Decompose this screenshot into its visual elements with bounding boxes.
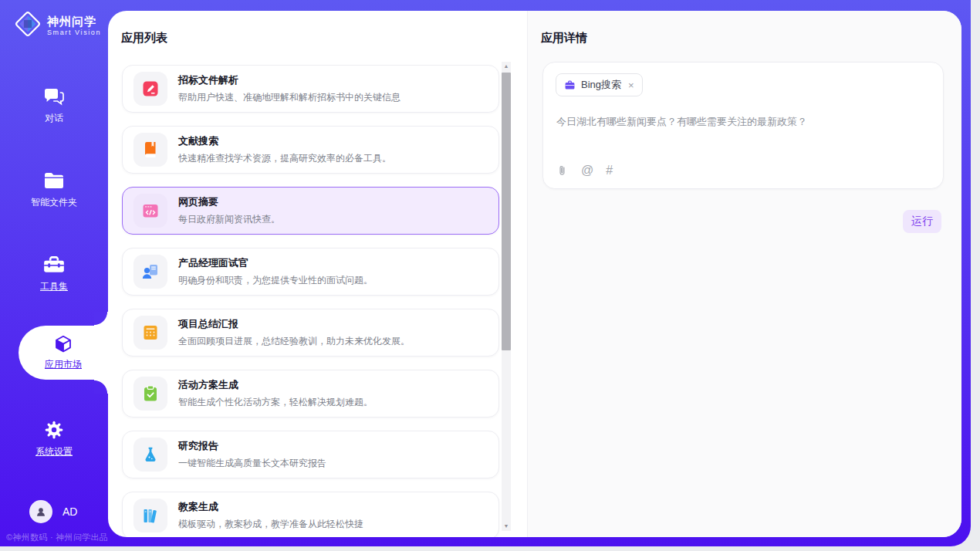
app-card-desc: 明确身份和职责，为您提供专业性的面试问题。 [178,274,373,287]
app-card-desc: 智能生成个性化活动方案，轻松解决规划难题。 [178,396,373,409]
sidebar-item-label: 智能文件夹 [0,196,108,209]
clipboard-check-icon [133,377,167,411]
app-card-desc: 全面回顾项目进展，总结经验教训，助力未来优化发展。 [178,335,410,348]
sidebar: 神州问学 Smart Vision 对话智能文件夹工具集应用市场系统设置 AD … [0,0,108,546]
app-detail-panel: 应用详情 Bing搜索 × 今日湖北有哪些新闻要点？有哪些需要关注的最新政策？ … [527,11,961,537]
run-button[interactable]: 运行 [903,210,941,233]
app-card-text: 项目总结汇报全面回顾项目进展，总结经验教训，助力未来优化发展。 [178,317,410,348]
sidebar-item-settings[interactable]: 系统设置 [0,420,108,458]
webpage-code-icon [133,194,167,228]
app-card-title: 活动方案生成 [178,378,373,392]
app-card-title: 文献搜索 [178,134,391,148]
scrollbar[interactable]: ▲ ▼ [502,62,511,531]
app-window: 神州问学 Smart Vision 对话智能文件夹工具集应用市场系统设置 AD … [0,0,971,546]
app-card-desc: 一键智能生成高质量长文本研究报告 [178,457,326,470]
sidebar-item-toolset[interactable]: 工具集 [0,255,108,293]
app-card[interactable]: 研究报告一键智能生成高质量长文本研究报告 [122,431,499,478]
cube-icon [53,334,73,356]
query-text[interactable]: 今日湖北有哪些新闻要点？有哪些需要关注的最新政策？ [556,115,931,129]
app-card-text: 活动方案生成智能生成个性化活动方案，轻松解决规划难题。 [178,378,373,409]
hash-icon[interactable]: # [606,163,613,177]
app-card-title: 项目总结汇报 [178,317,410,331]
app-card[interactable]: 活动方案生成智能生成个性化活动方案，轻松解决规划难题。 [122,370,499,417]
app-card-desc: 快速精准查找学术资源，提高研究效率的必备工具。 [178,152,391,165]
tool-tag-label: Bing搜索 [581,78,621,92]
sidebar-item-label: 系统设置 [0,445,108,458]
paperclip-icon[interactable] [556,163,569,177]
summary-note-icon [133,316,167,350]
tool-tag-bing[interactable]: Bing搜索 × [556,73,643,96]
app-card-title: 产品经理面试官 [178,256,373,270]
sidebar-item-market[interactable]: 应用市场 [19,326,108,380]
brand-name: 神州问学 [47,15,101,28]
sidebar-item-label: 对话 [0,112,108,125]
interviewer-icon [133,255,167,289]
query-toolbar: @# [556,163,613,177]
scroll-down-icon[interactable]: ▼ [502,522,511,531]
app-card-title: 招标文件解析 [178,73,400,87]
app-card-desc: 帮助用户快速、准确地理解和解析招标书中的关键信息 [178,91,400,104]
app-card-list: 招标文件解析帮助用户快速、准确地理解和解析招标书中的关键信息文献搜索快速精准查找… [122,65,499,537]
app-card-text: 教案生成模板驱动，教案秒成，教学准备从此轻松快捷 [178,500,363,531]
avatar [29,500,52,523]
books-icon [133,499,167,532]
app-card-desc: 模板驱动，教案秒成，教学准备从此轻松快捷 [178,518,363,531]
app-card[interactable]: 网页摘要每日政府新闻资讯快查。 [122,187,499,235]
document-edit-icon [133,72,167,106]
main-content: 应用列表 招标文件解析帮助用户快速、准确地理解和解析招标书中的关键信息文献搜索快… [108,11,961,537]
copyright-text: ©神州数码 · 神州问学出品 [6,532,108,543]
toolbox-icon [0,255,108,276]
close-icon[interactable]: × [628,79,634,91]
app-card-text: 文献搜索快速精准查找学术资源，提高研究效率的必备工具。 [178,134,391,165]
sidebar-item-label: 工具集 [0,280,108,293]
app-card[interactable]: 招标文件解析帮助用户快速、准确地理解和解析招标书中的关键信息 [122,65,499,113]
app-card-text: 招标文件解析帮助用户快速、准确地理解和解析招标书中的关键信息 [178,73,400,104]
diamond-logo-icon [14,10,42,41]
sidebar-item-folders[interactable]: 智能文件夹 [0,171,108,209]
user-initials: AD [63,505,77,518]
app-list-panel: 应用列表 招标文件解析帮助用户快速、准确地理解和解析招标书中的关键信息文献搜索快… [108,11,527,537]
scroll-up-icon[interactable]: ▲ [502,62,511,71]
app-list-title: 应用列表 [121,31,167,46]
app-card-text: 网页摘要每日政府新闻资讯快查。 [178,195,280,226]
query-card[interactable]: Bing搜索 × 今日湖北有哪些新闻要点？有哪些需要关注的最新政策？ @# [542,62,944,189]
app-detail-title: 应用详情 [541,31,587,46]
app-card[interactable]: 教案生成模板驱动，教案秒成，教学准备从此轻松快捷 [122,492,499,537]
app-card[interactable]: 产品经理面试官明确身份和职责，为您提供专业性的面试问题。 [122,248,499,296]
at-icon[interactable]: @ [581,163,593,177]
app-card[interactable]: 项目总结汇报全面回顾项目进展，总结经验教训，助力未来优化发展。 [122,309,499,357]
folder-icon [0,171,108,192]
chat-icon [0,86,108,108]
app-card-title: 教案生成 [178,500,363,514]
user-profile[interactable]: AD [29,500,77,523]
gear-icon [0,420,108,441]
scrollbar-thumb[interactable] [502,73,511,350]
app-card-text: 研究报告一键智能生成高质量长文本研究报告 [178,439,326,470]
app-card-desc: 每日政府新闻资讯快查。 [178,213,280,226]
brand-logo: 神州问学 Smart Vision [14,10,101,41]
sidebar-item-chat[interactable]: 对话 [0,86,108,125]
research-flask-icon [133,438,167,472]
app-card-text: 产品经理面试官明确身份和职责，为您提供专业性的面试问题。 [178,256,373,287]
book-icon [133,133,167,167]
brand-tagline: Smart Vision [47,29,101,36]
sidebar-item-label: 应用市场 [45,358,82,371]
app-card[interactable]: 文献搜索快速精准查找学术资源，提高研究效率的必备工具。 [122,126,499,174]
briefcase-icon [564,79,576,91]
app-card-title: 网页摘要 [178,195,280,209]
app-card-title: 研究报告 [178,439,326,453]
